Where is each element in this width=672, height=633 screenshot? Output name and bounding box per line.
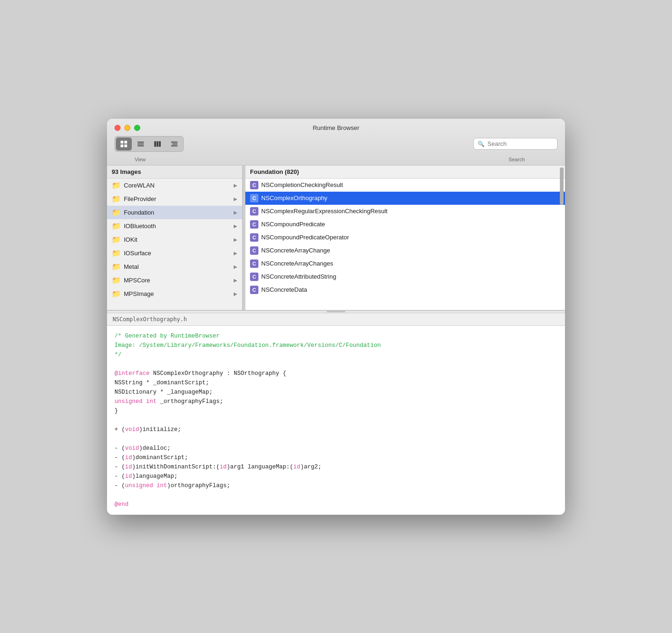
class-item[interactable]: C NSConcreteArrayChange bbox=[245, 244, 565, 257]
item-name: Foundation bbox=[124, 209, 154, 216]
code-line: - (id)languageMap; bbox=[114, 472, 558, 481]
list-item[interactable]: 📁 Metal ▶ bbox=[107, 260, 242, 273]
class-name: NSConcreteAttributedString bbox=[261, 273, 336, 280]
item-name: IOSurface bbox=[124, 250, 151, 257]
svg-rect-10 bbox=[171, 142, 178, 143]
search-label: Search bbox=[508, 157, 525, 162]
code-line: NSDictionary * _languageMap; bbox=[114, 388, 558, 397]
code-line bbox=[114, 360, 558, 369]
left-panel-header: 93 Images bbox=[107, 165, 242, 179]
list-item[interactable]: 📁 MPSImage ▶ bbox=[107, 287, 242, 301]
scrollbar-area bbox=[558, 165, 565, 310]
right-panel-header: Foundation (820) bbox=[245, 165, 565, 179]
class-item[interactable]: C NSComplexOrthography bbox=[245, 192, 565, 205]
class-item[interactable]: C NSConcreteAttributedString bbox=[245, 270, 565, 283]
view-label: View bbox=[114, 157, 166, 162]
panels: 93 Images 📁 CoreWLAN ▶📁 FileProvider ▶📁 … bbox=[107, 165, 565, 310]
right-panel[interactable]: Foundation (820) C NSCompletionCheckingR… bbox=[245, 165, 565, 310]
toolbar: 🔍 bbox=[114, 136, 558, 156]
class-badge: C bbox=[250, 273, 258, 281]
list-item[interactable]: 📁 IOBluetooth ▶ bbox=[107, 219, 242, 233]
code-line bbox=[114, 490, 558, 500]
folder-icon: 📁 bbox=[112, 194, 121, 203]
list-item[interactable]: 📁 IOSurface ▶ bbox=[107, 246, 242, 260]
window-title: Runtime Browser bbox=[313, 124, 359, 131]
code-line: - (unsigned int)orthographyFlags; bbox=[114, 481, 558, 490]
folder-icon: 📁 bbox=[112, 276, 121, 285]
list-item[interactable]: 📁 MPSCore ▶ bbox=[107, 273, 242, 287]
list-item[interactable]: 📁 Foundation ▶ bbox=[107, 206, 242, 219]
list-view-button[interactable] bbox=[133, 137, 149, 151]
class-name: NSConcreteArrayChange bbox=[261, 247, 330, 254]
folder-icon: 📁 bbox=[112, 249, 121, 258]
item-name: CoreWLAN bbox=[124, 182, 155, 189]
content-area: 93 Images 📁 CoreWLAN ▶📁 FileProvider ▶📁 … bbox=[107, 165, 565, 515]
list-item[interactable]: 📁 FileProvider ▶ bbox=[107, 192, 242, 206]
chevron-right-icon: ▶ bbox=[234, 278, 237, 283]
code-area: NSComplexOrthography.h /* Generated by R… bbox=[107, 313, 565, 515]
chevron-right-icon: ▶ bbox=[234, 183, 237, 188]
close-button[interactable] bbox=[114, 125, 121, 131]
folder-icon: 📁 bbox=[112, 222, 121, 230]
folder-icon: 📁 bbox=[112, 262, 121, 271]
runtime-browser-window: Runtime Browser bbox=[107, 119, 565, 515]
class-name: NSComplexOrthography bbox=[261, 194, 328, 201]
class-item[interactable]: C NSConcreteData bbox=[245, 283, 565, 296]
class-item[interactable]: C NSConcreteArrayChanges bbox=[245, 257, 565, 270]
svg-rect-4 bbox=[137, 142, 144, 143]
code-content[interactable]: /* Generated by RuntimeBrowser Image: /S… bbox=[107, 326, 565, 515]
svg-rect-1 bbox=[124, 141, 127, 144]
code-line: Image: /System/Library/Frameworks/Founda… bbox=[114, 341, 558, 350]
outline-view-button[interactable] bbox=[166, 137, 182, 151]
chevron-right-icon: ▶ bbox=[234, 291, 237, 296]
grid-view-button[interactable] bbox=[116, 137, 132, 151]
chevron-right-icon: ▶ bbox=[234, 223, 237, 229]
columns-view-button[interactable] bbox=[150, 137, 165, 151]
splitter-handle bbox=[327, 311, 345, 312]
left-panel[interactable]: 93 Images 📁 CoreWLAN ▶📁 FileProvider ▶📁 … bbox=[107, 165, 243, 310]
chevron-right-icon: ▶ bbox=[234, 264, 237, 269]
code-filename: NSComplexOrthography.h bbox=[107, 313, 565, 326]
code-line bbox=[114, 434, 558, 444]
svg-rect-5 bbox=[137, 144, 144, 144]
search-box[interactable]: 🔍 bbox=[473, 138, 558, 150]
list-item[interactable]: 📁 IOKit ▶ bbox=[107, 233, 242, 246]
chevron-right-icon: ▶ bbox=[234, 210, 237, 215]
minimize-button[interactable] bbox=[124, 125, 130, 131]
class-name: NSCompoundPredicate bbox=[261, 221, 325, 228]
maximize-button[interactable] bbox=[134, 125, 140, 131]
code-line: @interface NSComplexOrthography : NSOrth… bbox=[114, 369, 558, 378]
class-badge: C bbox=[250, 220, 258, 229]
code-line: - (id)dominantScript; bbox=[114, 453, 558, 462]
class-name: NSComplexRegularExpressionCheckingResult bbox=[261, 208, 387, 215]
svg-rect-12 bbox=[171, 145, 178, 146]
class-item[interactable]: C NSCompoundPredicate bbox=[245, 218, 565, 231]
code-line: - (id)initWithDominantScript:(id)arg1 la… bbox=[114, 462, 558, 472]
svg-rect-2 bbox=[121, 144, 123, 147]
code-line: NSString * _dominantScript; bbox=[114, 378, 558, 388]
view-toggle-group bbox=[114, 136, 184, 152]
folder-icon: 📁 bbox=[112, 181, 121, 190]
svg-rect-0 bbox=[121, 141, 123, 144]
search-section: 🔍 bbox=[473, 138, 558, 150]
svg-rect-8 bbox=[157, 141, 158, 147]
svg-rect-11 bbox=[172, 144, 178, 144]
svg-rect-3 bbox=[124, 144, 127, 147]
titlebar: Runtime Browser bbox=[107, 119, 565, 165]
chevron-right-icon: ▶ bbox=[234, 196, 237, 201]
svg-rect-9 bbox=[159, 141, 161, 147]
class-item[interactable]: C NSCompletionCheckingResult bbox=[245, 179, 565, 192]
list-item[interactable]: 📁 CoreWLAN ▶ bbox=[107, 179, 242, 192]
folder-icon: 📁 bbox=[112, 208, 121, 217]
item-name: IOKit bbox=[124, 236, 137, 243]
class-name: NSCompoundPredicateOperator bbox=[261, 234, 349, 241]
chevron-right-icon: ▶ bbox=[234, 251, 237, 256]
search-input[interactable] bbox=[487, 140, 553, 147]
folder-icon: 📁 bbox=[112, 289, 121, 298]
class-badge: C bbox=[250, 233, 258, 242]
class-item[interactable]: C NSCompoundPredicateOperator bbox=[245, 231, 565, 244]
class-badge: C bbox=[250, 246, 258, 255]
item-name: MPSImage bbox=[124, 290, 154, 297]
class-item[interactable]: C NSComplexRegularExpressionCheckingResu… bbox=[245, 205, 565, 218]
code-line: } bbox=[114, 406, 558, 416]
